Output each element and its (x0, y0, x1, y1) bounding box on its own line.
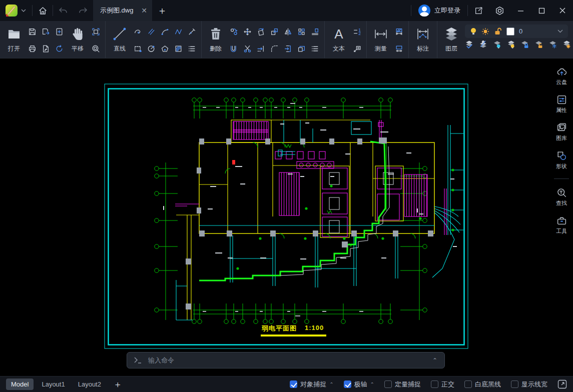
toggle-lineweight[interactable]: 显示线宽 (511, 380, 547, 389)
mirror-button[interactable] (281, 25, 295, 38)
save-as-button[interactable] (39, 25, 53, 38)
draw-more-button[interactable] (185, 42, 199, 56)
array-button[interactable] (295, 25, 308, 38)
save-button[interactable] (26, 25, 39, 38)
extend-button[interactable] (254, 42, 268, 56)
sidebar-item-find[interactable]: 查找 (556, 188, 567, 207)
checkbox[interactable] (511, 380, 518, 388)
checkbox[interactable] (290, 380, 297, 388)
chevron-up-icon[interactable]: ⌃ (329, 382, 333, 387)
revision-cloud-button[interactable] (185, 25, 199, 38)
measure-rect-button[interactable] (392, 42, 406, 56)
shapes-icon (556, 150, 567, 161)
print-button[interactable] (26, 42, 39, 56)
layer-lock-icon[interactable] (520, 40, 529, 48)
sidebar-item-cloud[interactable]: 云盘 (556, 66, 567, 86)
polygon-button[interactable] (158, 42, 172, 56)
measure-group: 测量 (366, 21, 408, 58)
collapse-command-icon[interactable]: ⌃ (432, 357, 437, 364)
layer-isolate-icon[interactable] (479, 40, 487, 48)
sidebar-item-library[interactable]: 图库 (556, 122, 567, 142)
text-button[interactable]: A 文本 (327, 22, 350, 53)
home-button[interactable] (33, 0, 53, 21)
layer-thaw-icon[interactable] (562, 40, 571, 48)
layer-button[interactable]: 图层 (440, 22, 463, 53)
numbered-list-button[interactable]: 12 (350, 25, 364, 38)
maximize-button[interactable] (531, 0, 552, 21)
measure-button[interactable]: 测量 (369, 22, 392, 53)
sidebar-item-tools[interactable]: 工具 (556, 216, 567, 235)
refresh-button[interactable] (53, 42, 66, 56)
dimension-button[interactable]: 标注 (411, 22, 434, 53)
document-tab[interactable]: 示例图.dwg ✕ (93, 0, 152, 21)
layer-states-icon[interactable] (465, 40, 473, 48)
offset-button[interactable] (227, 42, 241, 56)
new-file-button[interactable] (53, 25, 66, 38)
add-layout-button[interactable]: ＋ (109, 378, 126, 390)
settings-button[interactable] (489, 0, 510, 21)
line-button[interactable]: 直线 (108, 22, 131, 53)
polyline-button[interactable] (131, 25, 145, 38)
zoom-window-button[interactable] (89, 42, 103, 56)
arc-button[interactable] (158, 25, 172, 38)
layer-freeze-icon[interactable] (548, 40, 557, 48)
close-button[interactable] (552, 0, 573, 21)
modify-more-button[interactable] (308, 42, 322, 56)
trim-button[interactable] (241, 42, 254, 56)
measure-area-button[interactable] (392, 25, 406, 38)
double-line-button[interactable] (145, 25, 158, 38)
align-button[interactable] (308, 25, 322, 38)
share-button[interactable] (468, 0, 489, 21)
checkbox[interactable] (384, 380, 392, 388)
fullscreen-button[interactable] (557, 380, 567, 389)
export-pdf-button[interactable] (39, 42, 53, 56)
layer-label: 图层 (445, 44, 457, 53)
login-button[interactable]: 立即登录 (411, 0, 467, 21)
app-menu-button[interactable] (0, 0, 32, 21)
circle-button[interactable] (145, 42, 158, 56)
checkbox[interactable] (464, 380, 472, 388)
toggle-grid-snap[interactable]: 定量捕捉 (384, 380, 421, 389)
undo-button[interactable] (53, 0, 73, 21)
redo-button[interactable] (73, 0, 93, 21)
tab-layout1[interactable]: Layout1 (37, 378, 70, 390)
layer-current-value: 0 (519, 28, 553, 35)
hatch-button[interactable] (172, 42, 185, 56)
new-tab-button[interactable]: ＋ (152, 0, 172, 21)
layer-unlock-all-icon[interactable] (534, 40, 543, 48)
toggle-ortho[interactable]: 正交 (431, 380, 454, 389)
toggle-object-snap[interactable]: 对象捕捉 ⌃ (290, 380, 333, 389)
minimize-button[interactable] (510, 0, 531, 21)
rectangle-button[interactable] (131, 42, 145, 56)
chevron-up-icon[interactable]: ⌃ (370, 382, 374, 387)
zoom-extents-button[interactable] (89, 25, 103, 38)
layer-on-all-icon[interactable] (507, 40, 515, 48)
toggle-white-background[interactable]: 白底黑线 (464, 380, 501, 389)
insert-block-button[interactable] (281, 42, 295, 56)
spline-button[interactable] (172, 25, 185, 38)
command-bar[interactable]: ⌃ (127, 352, 445, 368)
toggle-polar[interactable]: 极轴 ⌃ (344, 380, 374, 389)
copy-button[interactable] (227, 25, 241, 38)
checkbox[interactable] (344, 380, 351, 388)
tab-close-icon[interactable]: ✕ (141, 6, 147, 14)
pan-button[interactable]: 平移 (66, 22, 89, 53)
layer-selector[interactable]: 0 (465, 24, 568, 38)
rotate-button[interactable] (254, 25, 268, 38)
tab-model[interactable]: Model (6, 378, 34, 390)
command-input[interactable] (148, 356, 426, 364)
fillet-button[interactable] (268, 42, 281, 56)
redo-icon (79, 7, 88, 14)
move-button[interactable] (241, 25, 254, 38)
sidebar-item-shapes[interactable]: 形状 (556, 150, 567, 170)
group-button[interactable] (295, 42, 308, 56)
leader-button[interactable] (350, 42, 364, 56)
scale-button[interactable] (268, 25, 281, 38)
drawing-canvas[interactable]: 弱电平面图 1:100 ⌃ (0, 58, 573, 376)
tab-layout2[interactable]: Layout2 (73, 378, 106, 390)
open-button[interactable]: 打开 (3, 22, 26, 53)
delete-button[interactable]: 删除 (204, 22, 227, 53)
layer-off-icon[interactable] (493, 40, 501, 48)
checkbox[interactable] (431, 380, 438, 388)
sidebar-item-properties[interactable]: 属性 (556, 94, 567, 114)
